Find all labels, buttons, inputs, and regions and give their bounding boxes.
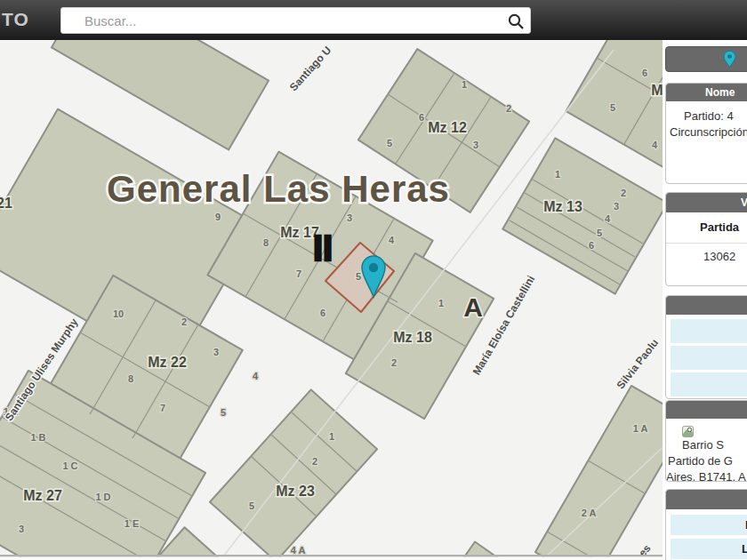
parcel-label: 2 A <box>582 508 597 518</box>
parcel-label: 2 <box>506 103 511 114</box>
panel-valuacion: V Partida 13062 <box>665 192 747 286</box>
app-logo: TO <box>2 9 29 30</box>
panel-empty-table <box>665 295 747 399</box>
parcel-label: 1 <box>438 298 444 308</box>
parcel-label: 2 <box>391 357 397 368</box>
panel-detail-table-header <box>666 490 747 509</box>
parcel-label: 3 <box>473 140 478 150</box>
panel-nomenclatura: Nome Partido: 4 Circunscripción <box>665 83 747 184</box>
parcel-label: 1 D <box>95 492 110 502</box>
cadastral-map[interactable]: General Las Heras Mz 21Mz 22Mz 27Mz 17Mz… <box>0 40 663 560</box>
parcel-label: 5 <box>356 271 361 282</box>
nomenclatura-partido: Partido: 4 <box>666 108 747 124</box>
parcel-label: 5 <box>610 102 615 113</box>
nomenclatura-circunscripcion: Circunscripción <box>666 124 747 140</box>
zone-letter: A <box>463 292 483 322</box>
parcel-label: 4 <box>652 140 658 150</box>
parcel-label: 4 <box>253 371 259 381</box>
block-label: M <box>651 83 663 98</box>
parcel-label: 6 <box>589 240 594 251</box>
search-box <box>60 7 531 34</box>
parcel-label: 8 <box>263 237 269 248</box>
parcel-label: 2 <box>181 316 187 327</box>
top-navbar: TO <box>0 0 747 40</box>
parcel-label: 3 <box>347 212 352 223</box>
parcel-label: 9 <box>215 212 221 222</box>
parcel-label: 6 <box>419 112 424 123</box>
partida-column-header: Partida <box>666 212 747 244</box>
detail-row-la: La <box>671 539 747 559</box>
parcel-label: 4 A <box>291 545 306 556</box>
panel-valuacion-header: V <box>666 193 747 212</box>
block-label: Mz 27 <box>23 488 62 503</box>
parcel-label: 1 <box>462 79 467 90</box>
address-line-2: Partido de G <box>666 453 747 469</box>
map-bottom-gap <box>0 557 663 560</box>
map-search-icon <box>682 426 694 437</box>
panel-address-header <box>666 401 747 419</box>
location-pin-icon <box>723 51 736 68</box>
parcel-label: 8 <box>128 373 133 384</box>
map-canvas[interactable]: General Las Heras Mz 21Mz 22Mz 27Mz 17Mz… <box>0 40 663 560</box>
parcel-label: 1 B <box>30 432 45 443</box>
detail-row-e: E <box>671 515 747 535</box>
city-label: General Las Heras <box>107 168 450 210</box>
block-label: Mz 22 <box>148 355 187 370</box>
parcel-label: 2 <box>621 188 626 198</box>
map-bottom-border <box>0 555 663 557</box>
block-label: Mz 23 <box>276 484 315 499</box>
panel-detail-table: E La <box>665 489 747 560</box>
address-line-3: Aires, B1741, A <box>666 469 747 482</box>
parcel-label: 10 <box>113 308 124 319</box>
parcel-label: 4 <box>389 235 395 245</box>
parcel-label: 5 <box>249 500 254 511</box>
parcel-label: 3 <box>213 347 219 357</box>
parcel-label: 1 E <box>124 518 140 529</box>
parcel-label: 6 <box>642 68 647 78</box>
table-row <box>671 372 747 396</box>
panel-nomenclatura-header: Nome <box>666 84 747 101</box>
parcel-label: 4 <box>605 213 611 224</box>
block-label: Mz 13 <box>543 199 582 214</box>
block-label: Mz 18 <box>393 330 432 345</box>
table-row <box>671 346 747 370</box>
parcel-label: 7 <box>160 403 165 413</box>
parcel-label: 3 <box>19 524 24 534</box>
search-icon <box>507 12 525 30</box>
parcel-label: 5 <box>597 228 602 238</box>
parcel-label: 7 <box>296 268 301 279</box>
parcel-label: 1 C <box>62 460 77 471</box>
search-input[interactable] <box>61 8 530 33</box>
locate-button[interactable] <box>665 46 747 72</box>
parcel-label: 5 <box>221 407 226 418</box>
parcel-label: 3 <box>614 201 619 212</box>
panel-empty-table-header <box>666 296 747 315</box>
table-row <box>671 319 747 343</box>
parcel-label: 1 A <box>633 423 648 434</box>
block-label: Mz 21 <box>0 196 12 211</box>
block-label: Mz 12 <box>428 120 467 135</box>
parcel-label: 1 <box>329 431 334 442</box>
parcel-label: 1 <box>555 169 560 180</box>
parcel-label: 2 <box>312 456 317 467</box>
partida-value: 13062 <box>666 244 747 270</box>
panel-address: Barrio S Partido de G Aires, B1741, A <box>665 400 747 482</box>
section-roman-numeral: II <box>313 228 333 268</box>
search-button[interactable] <box>507 12 525 30</box>
parcel-label: 6 <box>320 308 325 318</box>
parcel-label: 5 <box>387 138 392 148</box>
address-line-1: Barrio S <box>666 426 747 453</box>
